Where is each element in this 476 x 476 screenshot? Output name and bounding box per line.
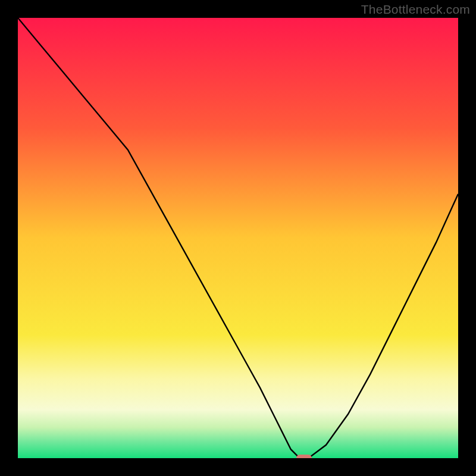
chart-svg xyxy=(18,18,458,458)
optimal-marker xyxy=(296,455,312,458)
chart-background xyxy=(18,18,458,458)
chart-frame: TheBottleneck.com xyxy=(0,0,476,476)
watermark-text: TheBottleneck.com xyxy=(361,2,470,17)
plot-area xyxy=(18,18,458,458)
